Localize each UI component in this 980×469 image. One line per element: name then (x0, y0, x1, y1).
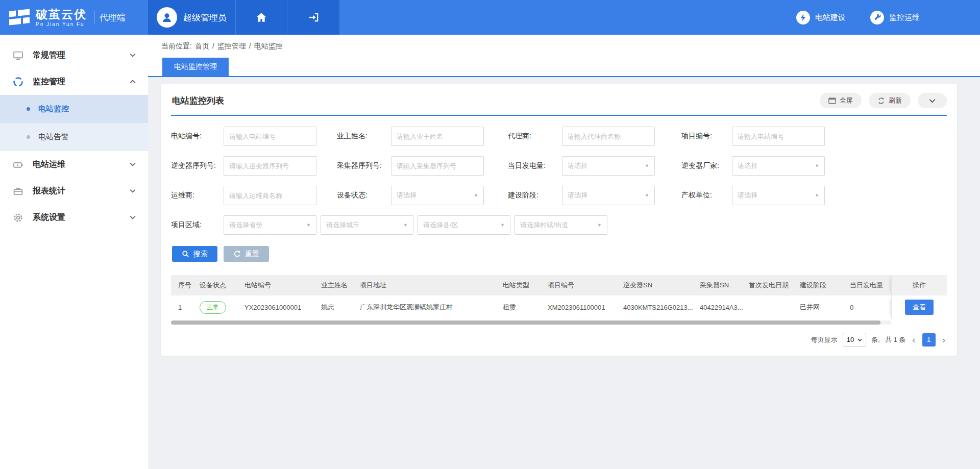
refresh-button[interactable]: 刷新 (869, 93, 911, 108)
fullscreen-button[interactable]: 全屏 (820, 93, 862, 108)
sidebar-subitem-label: 电站监控 (38, 104, 69, 114)
sidebar-item-reports[interactable]: 报表统计 (0, 178, 148, 204)
project-no-input[interactable] (732, 127, 825, 146)
chevron-down-icon: ▼ (474, 193, 478, 198)
sidebar-item-label: 常规管理 (33, 50, 130, 61)
chevron-down-icon: ▼ (815, 163, 819, 168)
reset-icon (233, 250, 241, 258)
chevron-down-icon (130, 162, 136, 166)
filter-label: 逆变器厂家: (681, 161, 732, 170)
filter-label: 产权单位: (681, 191, 732, 200)
station-build-link[interactable]: 电站建设 (796, 11, 846, 24)
logout-icon (307, 11, 320, 23)
user-icon (160, 11, 174, 24)
breadcrumb-separator: / (212, 42, 214, 51)
per-page-value: 10 (847, 336, 854, 343)
user-menu[interactable]: 超级管理员 (148, 0, 236, 35)
select-placeholder: 请选择 (568, 191, 587, 200)
ops-provider-input[interactable] (224, 186, 316, 205)
cell-index: 1 (171, 304, 195, 311)
town-select[interactable]: 请选择村镇/街道 ▼ (514, 215, 607, 235)
breadcrumb-prefix: 当前位置: (161, 42, 192, 51)
logout-button[interactable] (287, 0, 340, 35)
sidebar-item-settings[interactable]: 系统设置 (0, 204, 148, 231)
filter-label: 设备状态: (337, 191, 391, 200)
region-selects: 请选择省份 ▼ 请选择城市 ▼ 请选择县/区 ▼ (224, 215, 947, 235)
header-actions: 超级管理员 (148, 0, 340, 35)
per-page-unit: 条, (871, 335, 880, 344)
filter-row: 逆变器序列号: 采集器序列号: 当日发电量: 请选择 ▼ 逆变器厂家: (171, 156, 947, 176)
reset-label: 重置 (245, 250, 259, 259)
daily-gen-select[interactable]: 请选择 ▼ (562, 156, 655, 176)
search-icon (182, 250, 189, 258)
sidebar-item-station-ops[interactable]: 电站运维 (0, 151, 148, 178)
per-page-select[interactable]: 10 (843, 333, 866, 347)
breadcrumb-section[interactable]: 监控管理 (217, 42, 246, 51)
collector-sn-input[interactable] (391, 156, 484, 176)
sidebar-subitem-station-alarm[interactable]: 电站告警 (0, 123, 148, 151)
logo-mark-icon (8, 8, 31, 27)
filter-label: 运维商: (171, 191, 224, 200)
select-placeholder: 请选择 (738, 191, 757, 200)
cell-type: 租赁 (499, 303, 544, 312)
sidebar-item-general[interactable]: 常规管理 (0, 42, 148, 68)
breadcrumb: 当前位置: 首页 / 监控管理 / 电站监控 (148, 42, 980, 51)
city-select[interactable]: 请选择城市 ▼ (321, 215, 413, 235)
chevron-down-icon: ▼ (645, 163, 649, 168)
portal-label: 代理端 (100, 12, 126, 23)
column-header: 设备状态 (195, 281, 240, 290)
cell-station-no: YX2023061000001 (240, 304, 317, 311)
column-header: 建设阶段 (796, 281, 846, 290)
main-area: 当前位置: 首页 / 监控管理 / 电站监控 电站监控管理 电站监控列表 (148, 35, 980, 469)
collapse-button[interactable] (918, 93, 947, 108)
card-toolbar: 全屏 刷新 (820, 93, 947, 108)
inverter-sn-input[interactable] (224, 156, 316, 176)
page-title: 电站监控列表 (171, 95, 224, 107)
filter-label: 电站编号: (171, 132, 224, 141)
divider (94, 11, 94, 23)
monitor-ops-label: 监控运维 (889, 13, 920, 22)
column-header: 序号 (171, 281, 195, 290)
owner-name-input[interactable] (391, 127, 484, 146)
province-select[interactable]: 请选择省份 ▼ (224, 215, 316, 235)
sidebar-subitem-station-monitor[interactable]: 电站监控 (0, 95, 148, 123)
home-icon (255, 11, 267, 23)
chevron-down-icon: ▼ (500, 223, 505, 228)
agent-input[interactable] (562, 127, 655, 146)
page-number[interactable]: 1 (922, 333, 936, 347)
status-badge: 正常 (200, 301, 226, 314)
cell-today-power: 0 (846, 304, 891, 311)
county-select[interactable]: 请选择县/区 ▼ (418, 215, 510, 235)
search-button[interactable]: 搜索 (172, 246, 217, 262)
column-header: 业主姓名 (317, 281, 356, 290)
property-unit-select[interactable]: 请选择 ▼ (732, 186, 825, 205)
next-page-button[interactable]: › (941, 335, 947, 344)
sidebar-item-label: 监控管理 (33, 77, 130, 87)
home-button[interactable] (236, 0, 287, 35)
filter-label: 建设阶段: (508, 191, 562, 200)
monitor-ops-link[interactable]: 监控运维 (870, 11, 920, 24)
select-placeholder: 请选择城市 (326, 220, 359, 230)
breadcrumb-page[interactable]: 电站监控 (254, 42, 283, 51)
chevron-down-icon: ▼ (815, 193, 819, 198)
select-placeholder: 请选择村镇/街道 (520, 220, 569, 230)
inverter-vendor-select[interactable]: 请选择 ▼ (732, 156, 825, 176)
sidebar-item-monitoring[interactable]: 监控管理 (0, 68, 148, 95)
reset-button[interactable]: 重置 (224, 246, 269, 262)
select-placeholder: 请选择省份 (229, 220, 262, 230)
select-placeholder: 请选择 (397, 191, 416, 200)
fullscreen-label: 全屏 (840, 96, 853, 105)
build-stage-select[interactable]: 请选择 ▼ (562, 186, 655, 205)
tab-station-monitor-mgmt[interactable]: 电站监控管理 (162, 58, 229, 76)
avatar (157, 7, 177, 28)
pagination: 每页显示 10 条, 共 1 条 ‹ 1 › (171, 333, 947, 347)
device-status-select[interactable]: 请选择 ▼ (391, 186, 484, 205)
chevron-down-icon: ▼ (403, 223, 408, 228)
horizontal-scrollbar (171, 320, 891, 325)
view-button[interactable]: 查看 (905, 300, 934, 315)
prev-page-button[interactable]: ‹ (911, 335, 917, 344)
breadcrumb-home[interactable]: 首页 (195, 42, 209, 51)
scrollbar-thumb[interactable] (171, 320, 880, 325)
station-no-input[interactable] (224, 127, 316, 146)
search-label: 搜索 (193, 250, 208, 259)
